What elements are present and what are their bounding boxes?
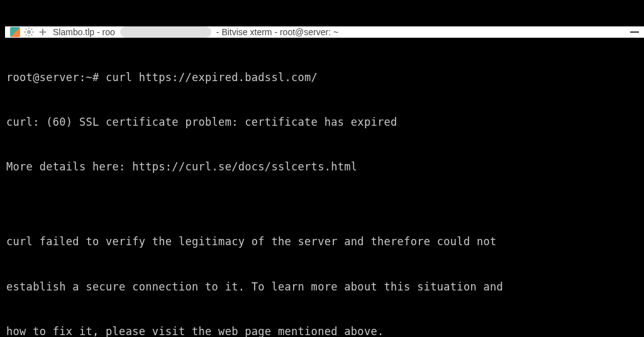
titlebar-icons (10, 27, 48, 37)
terminal-output[interactable]: root@server:~# curl https://expired.bads… (5, 38, 644, 337)
svg-point-0 (28, 31, 30, 33)
terminal-window: Slambo.tlp - roo - Bitvise xterm - root@… (5, 26, 644, 337)
window-title-left: Slambo.tlp - roo (53, 27, 115, 37)
terminal-line: curl: (60) SSL certificate problem: cert… (6, 115, 643, 130)
window-controls (630, 31, 639, 33)
gear-icon[interactable] (24, 27, 34, 37)
plus-icon[interactable] (38, 27, 48, 37)
terminal-line: More details here: https://curl.se/docs/… (6, 160, 643, 175)
window-title-right: - Bitvise xterm - root@server: ~ (216, 27, 625, 37)
minimize-button[interactable] (630, 31, 639, 33)
terminal-line: curl failed to verify the legitimacy of … (6, 235, 643, 250)
terminal-line: establish a secure connection to it. To … (6, 280, 643, 295)
app-icon[interactable] (10, 27, 20, 37)
terminal-line: root@server:~# curl https://expired.bads… (6, 70, 643, 86)
titlebar[interactable]: Slambo.tlp - roo - Bitvise xterm - root@… (5, 26, 644, 38)
redacted-region (120, 26, 211, 38)
terminal-line: how to fix it, please visit the web page… (6, 324, 643, 337)
